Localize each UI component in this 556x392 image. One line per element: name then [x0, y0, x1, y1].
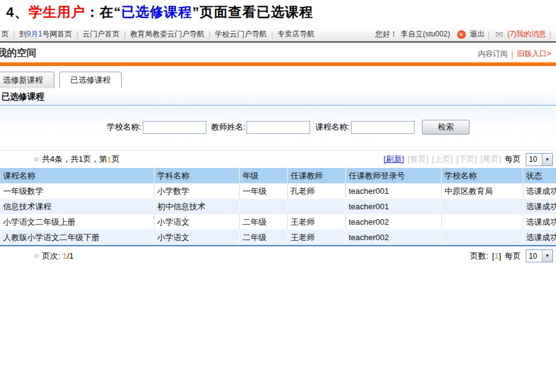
space-title: 我的空间: [0, 47, 36, 60]
nav-divider: |: [124, 30, 126, 39]
tab-selected-courses[interactable]: 已选修课程: [59, 72, 122, 88]
page-size-select-bottom[interactable]: 10 ▼: [526, 249, 553, 262]
cell-grade: [239, 199, 287, 214]
count-text-post: 页: [112, 154, 120, 165]
nav-item-store-nav[interactable]: 专卖店导航: [277, 29, 314, 40]
cell-teacher-login: teacher002: [345, 230, 441, 245]
page-number-link[interactable]: [1]: [492, 251, 501, 261]
cell-teacher: 王老师: [287, 214, 345, 230]
orange-accent-bar: [0, 62, 556, 66]
section-band: 已选修课程: [0, 88, 556, 106]
page-index-label: 页次:: [42, 251, 61, 262]
cell-teacher-login: teacher002: [345, 214, 441, 230]
count-text-pre: 共4条，共1页，第: [42, 154, 107, 165]
nav-item-cut[interactable]: 页: [1, 29, 9, 40]
refresh-link[interactable]: [刷新]: [384, 154, 404, 165]
cell-subject: 小学数学: [154, 183, 239, 199]
pager-top: 共4条，共1页，第 1 页 [刷新] [首页] [上页] [下页] [尾页] 每…: [0, 150, 556, 168]
search-button[interactable]: 检索: [422, 120, 470, 135]
nav-divider: |: [209, 30, 211, 39]
links-divider: |: [512, 50, 513, 59]
last-page-link: [尾页]: [481, 154, 501, 165]
col-header-course: 课程名称: [0, 168, 154, 183]
tab-label: 已选修课程: [70, 75, 111, 85]
next-page-link: [下页]: [457, 154, 477, 165]
nav-divider: |: [76, 30, 78, 39]
top-navbar: 页 | 到9月1号网首页 | 云门户首页 | 教育局教委云门户导航 | 学校云门…: [0, 27, 556, 43]
cell-status: 选课成功: [523, 199, 556, 214]
col-header-grade: 年级: [239, 168, 287, 183]
prev-page-link: [上页]: [432, 154, 452, 165]
nav-item-cloud-portal[interactable]: 云门户首页: [83, 29, 120, 40]
search-form: 学校名称: 教师姓名: 课程名称: 检索: [107, 120, 470, 135]
cell-school: 中原区教育局: [441, 183, 523, 199]
username: 李自立(stu002): [400, 29, 450, 40]
pager-bottom: 页次: 1/1 页数: [1] 每页 10 ▼: [0, 247, 556, 265]
content-subscribe-link[interactable]: 内容订阅: [478, 49, 508, 59]
record-count-info: 共4条，共1页，第 1 页: [0, 154, 120, 165]
nav-item-home[interactable]: 到9月1号网首页: [19, 29, 72, 40]
search-area: 学校名称: 教师姓名: 课程名称: 检索: [0, 106, 556, 150]
cell-school: [441, 199, 523, 214]
greeting-text: 您好！: [375, 29, 397, 40]
cell-teacher-login: teacher001: [345, 183, 441, 199]
my-messages-link[interactable]: (7)我的消息: [507, 29, 546, 40]
cell-grade: 二年级: [239, 230, 287, 245]
nav-item-school-portal-nav[interactable]: 学校云门户导航: [215, 29, 267, 40]
tab-choose-new-course[interactable]: 选修新课程: [0, 72, 54, 88]
school-name-label: 学校名称:: [107, 122, 141, 133]
cell-status: 选课成功: [523, 230, 556, 245]
nav-divider: |: [488, 30, 490, 39]
nav-right-group: 您好！ 李自立(stu002) ✕ 退出 | ✉ (7)我的消息 |: [375, 29, 556, 40]
per-page-label: 每页: [505, 154, 521, 165]
pager-bottom-controls: 页数: [1] 每页 10 ▼: [470, 249, 556, 262]
page-size-select[interactable]: 10 ▼: [526, 153, 553, 166]
tab-strip: 选修新课程 已选修课程: [0, 69, 556, 88]
table-row: 小学语文二年级上册 小学语文 二年级 王老师 teacher002 选课成功: [0, 214, 556, 230]
cell-teacher-login: teacher001: [345, 199, 441, 214]
page-title: 4、学生用户：在“已选修课程”页面查看已选课程: [6, 3, 313, 22]
page-index-info: 页次: 1/1: [0, 251, 74, 262]
logout-link[interactable]: 退出: [470, 29, 485, 40]
cell-teacher: 王老师: [287, 230, 345, 245]
logout-icon[interactable]: ✕: [457, 30, 466, 39]
title-tail: ”页面查看已选课程: [192, 4, 313, 20]
col-header-teacher-login: 任课教师登录号: [345, 168, 441, 183]
table-row: 人教版小学语文二年级下册 小学语文 二年级 王老师 teacher002 选课成…: [0, 230, 556, 245]
bullet-icon: [35, 157, 38, 161]
bracket: ]: [499, 251, 501, 261]
teacher-name-input[interactable]: [246, 121, 310, 134]
nav-home-pre: 到: [19, 30, 27, 38]
chevron-down-icon: ▼: [542, 250, 552, 262]
nav-item-edu-bureau-nav[interactable]: 教育局教委云门户导航: [130, 29, 204, 40]
bullet-icon: [35, 254, 38, 258]
cell-school: [441, 214, 523, 230]
current-page-number: 1: [107, 155, 111, 164]
nav-left-group: 页 | 到9月1号网首页 | 云门户首页 | 教育局教委云门户导航 | 学校云门…: [0, 29, 314, 40]
nav-divider: |: [549, 30, 551, 39]
per-page-label: 每页: [505, 251, 521, 262]
chevron-down-icon: ▼: [542, 154, 552, 165]
nav-home-post: 号网首页: [42, 30, 72, 38]
title-user-type: 学生用户: [28, 4, 85, 20]
col-header-school: 学校名称: [441, 168, 523, 183]
cell-teacher: 孔老师: [287, 183, 345, 199]
first-page-link: [首页]: [408, 154, 428, 165]
col-header-subject: 学科名称: [154, 168, 239, 183]
table-row: 信息技术课程 初中信息技术 teacher001 选课成功: [0, 199, 556, 214]
old-version-link[interactable]: 旧版入口>: [517, 49, 551, 59]
page-root: 4、学生用户：在“已选修课程”页面查看已选课程 页 | 到9月1号网首页 | 云…: [0, 0, 556, 392]
cell-subject: 小学语文: [154, 214, 239, 230]
course-name-input[interactable]: [351, 121, 415, 134]
mail-icon: ✉: [495, 29, 503, 40]
course-name-label: 课程名称:: [315, 122, 350, 133]
school-name-input[interactable]: [143, 121, 206, 134]
nav-divider: |: [271, 30, 273, 39]
cell-grade: 二年级: [239, 214, 287, 230]
cell-course: 人教版小学语文二年级下册: [0, 230, 154, 245]
courses-table-wrap: 课程名称 学科名称 年级 任课教师 任课教师登录号 学校名称 状态 一年级数学 …: [0, 168, 556, 246]
page-size-value: 10: [526, 252, 542, 261]
section-title: 已选修课程: [1, 91, 44, 102]
nav-divider: |: [13, 30, 15, 39]
cell-status: 选课成功: [523, 214, 556, 230]
